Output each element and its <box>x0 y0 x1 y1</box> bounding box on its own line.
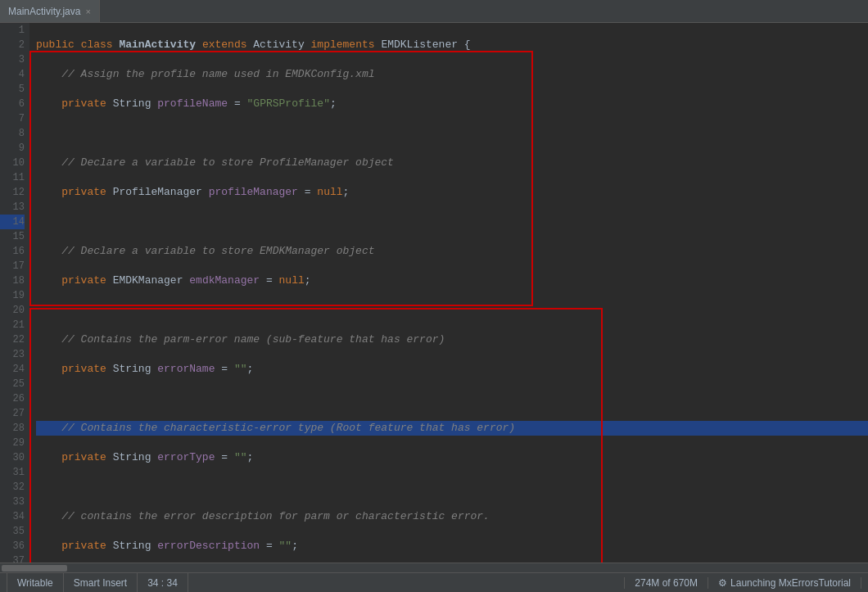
status-task: ⚙ Launching MxErrorsTutorial <box>708 577 861 589</box>
tab-filename: MainActivity.java <box>8 6 80 17</box>
tab-close-icon[interactable]: × <box>85 7 90 16</box>
code-area: 1 2 3 4 5 6 7 8 9 10 11 12 13 14 15 16 1 <box>0 23 868 563</box>
tab-main-activity[interactable]: MainActivity.java × <box>0 0 100 22</box>
status-writable: Writable <box>7 573 64 592</box>
code-lines[interactable]: public class MainActivity extends Activi… <box>29 23 868 563</box>
scrollbar-thumb[interactable] <box>2 565 67 572</box>
task-icon: ⚙ <box>718 577 727 589</box>
status-position: 34 : 34 <box>138 573 188 592</box>
horizontal-scrollbar[interactable] <box>0 563 868 572</box>
tab-bar: MainActivity.java × <box>0 0 868 23</box>
editor: 1 2 3 4 5 6 7 8 9 10 11 12 13 14 15 16 1 <box>0 23 868 572</box>
status-smart-insert: Smart Insert <box>64 573 138 592</box>
line-numbers: 1 2 3 4 5 6 7 8 9 10 11 12 13 14 15 16 1 <box>0 23 29 563</box>
status-memory: 274M of 670M <box>624 577 708 589</box>
status-right-section: 274M of 670M ⚙ Launching MxErrorsTutoria… <box>624 577 861 589</box>
editor-content[interactable]: 1 2 3 4 5 6 7 8 9 10 11 12 13 14 15 16 1 <box>0 23 868 563</box>
status-bar: Writable Smart Insert 34 : 34 274M of 67… <box>0 572 868 592</box>
